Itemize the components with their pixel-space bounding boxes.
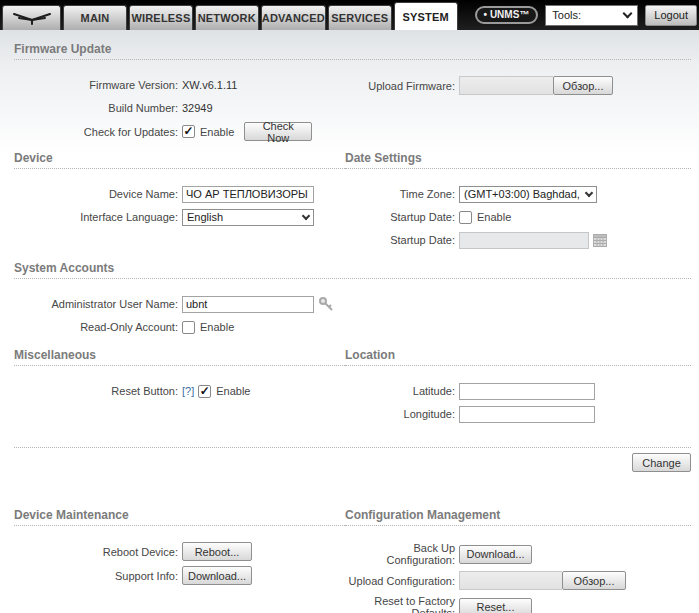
interface-language-label: Interface Language:	[14, 211, 178, 223]
section-maintenance-config: Device Maintenance Reboot Device: Reboot…	[14, 472, 691, 613]
reset-button-enable-checkbox[interactable]	[198, 385, 211, 398]
read-only-account-checkbox[interactable]	[182, 321, 195, 334]
reboot-button[interactable]: Reboot...	[182, 542, 252, 561]
read-only-account-label: Read-Only Account:	[14, 321, 178, 333]
tab-system[interactable]: SYSTEM	[394, 2, 458, 30]
key-icon[interactable]	[318, 296, 335, 313]
interface-language-value: English	[187, 211, 223, 223]
tab-network[interactable]: NETWORK	[195, 5, 259, 30]
reboot-device-label: Reboot Device:	[14, 546, 178, 558]
logout-button[interactable]: Logout	[645, 5, 697, 26]
calendar-icon[interactable]	[593, 233, 607, 247]
reset-button-help-link[interactable]: [?]	[182, 385, 194, 397]
check-for-updates-enable-text: Enable	[200, 126, 234, 138]
tab-services[interactable]: SERVICES	[328, 5, 392, 30]
section-firmware-update: Firmware Update Firmware Version: XW.v6.…	[14, 30, 691, 141]
configuration-management-title: Configuration Management	[345, 508, 691, 526]
device-name-label: Device Name:	[14, 188, 178, 200]
factory-reset-button[interactable]: Reset...	[459, 598, 532, 613]
startup-date-enable-text: Enable	[477, 211, 511, 223]
longitude-label: Longitude:	[345, 408, 455, 420]
latitude-input[interactable]	[459, 383, 595, 400]
check-for-updates-label: Check for Updates:	[14, 126, 178, 138]
time-zone-select[interactable]: (GMT+03:00) Baghdad,	[459, 186, 597, 203]
read-only-account-enable-text: Enable	[200, 321, 234, 333]
upload-firmware-file-field[interactable]	[459, 76, 553, 95]
tools-dropdown-label: Tools:	[552, 9, 581, 21]
check-for-updates-checkbox[interactable]	[182, 125, 195, 138]
startup-date-enable-checkbox[interactable]	[459, 211, 472, 224]
ubiquiti-logo-icon	[12, 10, 52, 27]
device-title: Device	[14, 151, 345, 169]
upload-configuration-file-field[interactable]	[459, 571, 562, 590]
upload-configuration-label: Upload Configuration:	[345, 575, 455, 587]
chevron-down-icon	[623, 8, 633, 18]
tools-dropdown[interactable]: Tools:	[545, 5, 638, 26]
section-misc-location: Miscellaneous Reset Button: [?] Enable L…	[14, 336, 691, 423]
administrator-user-name-label: Administrator User Name:	[14, 298, 178, 310]
tab-wireless[interactable]: WIRELESS	[129, 5, 193, 30]
upload-firmware-label: Upload Firmware:	[345, 80, 455, 92]
chevron-down-icon	[585, 189, 593, 197]
startup-date-input[interactable]	[459, 232, 589, 249]
backup-download-button[interactable]: Download...	[459, 545, 532, 564]
longitude-input[interactable]	[459, 406, 595, 423]
reset-button-label: Reset Button:	[14, 385, 178, 397]
latitude-label: Latitude:	[345, 385, 455, 397]
system-page-content: Firmware Update Firmware Version: XW.v6.…	[0, 30, 699, 613]
time-zone-value: (GMT+03:00) Baghdad,	[464, 188, 580, 200]
section-device-date: Device Device Name: Interface Language: …	[14, 141, 691, 249]
time-zone-label: Time Zone:	[345, 188, 455, 200]
support-info-label: Support Info:	[14, 570, 178, 582]
firmware-version-value: XW.v6.1.11	[182, 79, 237, 91]
tabbar-right-tools: • UNMS™ Tools: Logout	[475, 0, 699, 30]
support-download-button[interactable]: Download...	[182, 566, 252, 585]
unms-badge[interactable]: • UNMS™	[475, 6, 539, 24]
tab-logo[interactable]	[2, 5, 61, 30]
startup-date-enable-label: Startup Date:	[345, 211, 455, 223]
system-accounts-title: System Accounts	[14, 261, 691, 279]
interface-language-select[interactable]: English	[182, 209, 314, 226]
check-now-button[interactable]: Check Now	[244, 122, 312, 141]
upload-configuration-browse-button[interactable]: Обзор...	[562, 571, 626, 590]
firmware-version-label: Firmware Version:	[14, 79, 178, 91]
startup-date-label: Startup Date:	[345, 234, 455, 246]
section-divider	[14, 447, 691, 448]
tab-advanced[interactable]: ADVANCED	[261, 5, 326, 30]
date-settings-title: Date Settings	[345, 151, 691, 169]
backup-configuration-label: Back Up Configuration:	[345, 542, 455, 566]
build-number-value: 32949	[182, 102, 213, 114]
miscellaneous-title: Miscellaneous	[14, 348, 345, 366]
firmware-update-title: Firmware Update	[14, 30, 691, 60]
reset-button-enable-text: Enable	[216, 385, 250, 397]
tab-main[interactable]: MAIN	[63, 5, 127, 30]
change-button[interactable]: Change	[632, 453, 691, 472]
location-title: Location	[345, 348, 691, 366]
device-name-input[interactable]	[182, 186, 314, 203]
administrator-user-name-input[interactable]	[182, 296, 314, 313]
section-system-accounts: System Accounts Administrator User Name:	[14, 261, 691, 336]
upload-firmware-browse-button[interactable]: Обзор...	[553, 76, 613, 95]
device-maintenance-title: Device Maintenance	[14, 508, 345, 526]
chevron-down-icon	[302, 212, 310, 220]
reset-factory-defaults-label: Reset to Factory Defaults:	[345, 595, 455, 613]
build-number-label: Build Number:	[14, 102, 178, 114]
top-tab-bar: MAIN WIRELESS NETWORK ADVANCED SERVICES …	[0, 0, 699, 30]
